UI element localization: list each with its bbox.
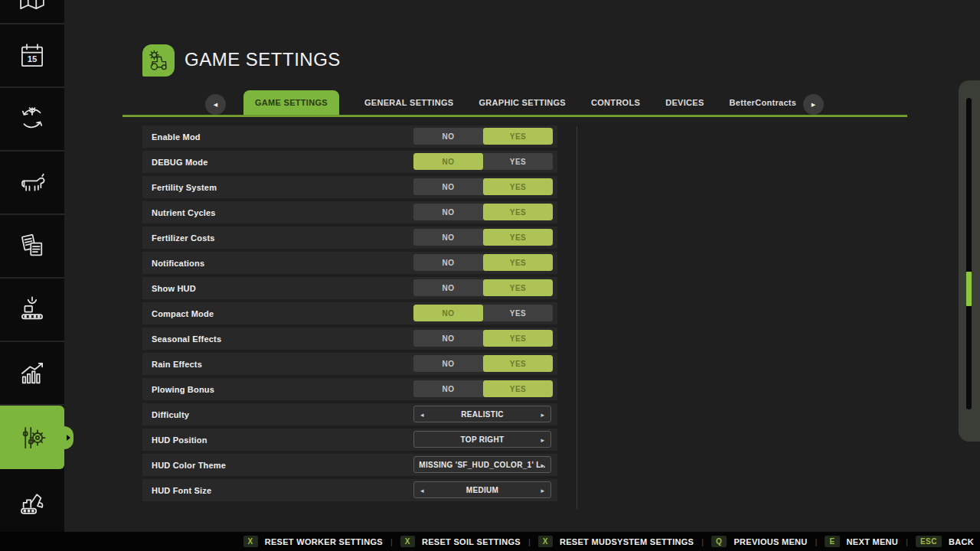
- toggle-no-button[interactable]: NO: [413, 229, 483, 246]
- keybind-bar: X RESET WORKER SETTINGS | X RESET SOIL S…: [0, 532, 980, 551]
- settings-row: DEBUG Mode NO YES: [142, 151, 557, 173]
- sidebar-item-contracts[interactable]: [0, 215, 64, 279]
- keybind-label: RESET WORKER SETTINGS: [265, 537, 383, 546]
- keybind-label: RESET SOIL SETTINGS: [422, 537, 521, 546]
- toggle-yes-button[interactable]: YES: [483, 305, 553, 321]
- keybind-label: RESET MUDSYSTEM SETTINGS: [560, 537, 694, 546]
- sidebar-item-production[interactable]: [0, 279, 64, 342]
- next-option-icon[interactable]: ▸: [541, 406, 544, 423]
- key-badge: X: [243, 536, 258, 547]
- settings-list: Enable Mod NO YES DEBUG Mode NO YES Fert…: [142, 126, 557, 504]
- sidebar-item-animals[interactable]: [0, 152, 64, 215]
- keybind-label: PREVIOUS MENU: [733, 537, 807, 546]
- toggle-no-button[interactable]: NO: [413, 305, 483, 321]
- settings-row: Compact Mode NO YES: [142, 302, 557, 324]
- setting-label: Compact Mode: [142, 309, 214, 318]
- sidebar-item-construction[interactable]: [0, 469, 64, 533]
- next-option-icon[interactable]: ▸: [541, 457, 544, 474]
- panel-divider: [577, 126, 577, 509]
- scrollbar-track[interactable]: [966, 98, 972, 409]
- keybind-separator: |: [906, 537, 908, 546]
- toggle-yes-button[interactable]: YES: [483, 380, 553, 397]
- sidebar-item-statistics[interactable]: [0, 342, 64, 406]
- toggle-no-button[interactable]: NO: [413, 380, 483, 397]
- toggle-yes-button[interactable]: YES: [483, 153, 553, 170]
- keybind-item[interactable]: ESC BACK: [916, 536, 974, 547]
- option-selector: ◂ REALISTIC ▸: [413, 406, 551, 422]
- toggle-yes-button[interactable]: YES: [483, 355, 553, 372]
- setting-label: Nutrient Cycles: [142, 208, 216, 217]
- tab-bar: ◀ GAME SETTINGS GENERAL SETTINGS GRAPHIC…: [122, 90, 907, 118]
- settings-row: Fertility System NO YES: [142, 176, 557, 198]
- tab[interactable]: GAME SETTINGS: [243, 90, 339, 116]
- setting-label: HUD Font Size: [142, 486, 211, 495]
- keybind-item[interactable]: X RESET MUDSYSTEM SETTINGS |: [538, 536, 711, 547]
- sidebar-item-crop-rotation[interactable]: [0, 88, 64, 152]
- toggle-yes-button[interactable]: YES: [483, 254, 553, 271]
- yes-no-toggle: NO YES: [413, 178, 553, 195]
- setting-label: HUD Color Theme: [142, 461, 226, 470]
- yes-no-toggle: NO YES: [413, 254, 553, 271]
- tab-label: GRAPHIC SETTINGS: [479, 98, 566, 107]
- yes-no-toggle: NO YES: [413, 204, 553, 220]
- production-icon: [16, 294, 48, 326]
- keybind-separator: |: [701, 537, 704, 546]
- toggle-yes-button[interactable]: YES: [483, 204, 553, 220]
- next-option-icon[interactable]: ▸: [541, 432, 544, 448]
- toggle-yes-button[interactable]: YES: [483, 128, 553, 145]
- setting-label: Rain Effects: [142, 360, 202, 369]
- settings-row: Notifications NO YES: [142, 252, 557, 274]
- next-option-icon[interactable]: ▸: [541, 482, 544, 499]
- setting-label: HUD Position: [142, 435, 207, 445]
- settings-row: Difficulty ◂ REALISTIC ▸: [142, 403, 557, 425]
- keybind-item[interactable]: X RESET WORKER SETTINGS |: [243, 536, 400, 547]
- toggle-no-button[interactable]: NO: [413, 254, 483, 271]
- toggle-no-button[interactable]: NO: [413, 128, 483, 145]
- active-notch-arrow-icon: [67, 435, 70, 441]
- crop-rotation-icon: [16, 103, 48, 135]
- tab-label: GENERAL SETTINGS: [364, 98, 453, 107]
- keybind-item[interactable]: X RESET SOIL SETTINGS |: [400, 536, 538, 547]
- tab[interactable]: DEVICES: [665, 90, 704, 115]
- toggle-no-button[interactable]: NO: [413, 178, 483, 195]
- toggle-yes-button[interactable]: YES: [483, 279, 553, 296]
- calendar-icon: 15: [16, 40, 48, 72]
- yes-no-toggle: NO YES: [413, 279, 553, 296]
- keybind-label: BACK: [949, 537, 974, 546]
- keybind-item[interactable]: Q PREVIOUS MENU |: [711, 536, 825, 547]
- setting-label: Fertilizer Costs: [142, 233, 215, 243]
- key-badge: Q: [711, 536, 727, 547]
- svg-text:15: 15: [28, 54, 38, 63]
- toggle-yes-button[interactable]: YES: [483, 178, 553, 195]
- setting-label: Show HUD: [142, 284, 196, 293]
- toggle-no-button[interactable]: NO: [413, 330, 483, 347]
- toggle-no-button[interactable]: NO: [413, 355, 483, 372]
- setting-label: DEBUG Mode: [142, 158, 208, 167]
- toggle-no-button[interactable]: NO: [413, 279, 483, 296]
- tab[interactable]: GENERAL SETTINGS: [364, 90, 453, 115]
- chevron-left-icon: ◀: [214, 102, 217, 108]
- tabs-prev-button[interactable]: ◀: [205, 94, 226, 115]
- toggle-yes-button[interactable]: YES: [483, 229, 553, 246]
- keybind-separator: |: [815, 537, 818, 546]
- scrollbar-thumb[interactable]: [966, 272, 972, 306]
- tab[interactable]: CONTROLS: [591, 90, 640, 115]
- settings-row: HUD Color Theme ◂ MISSING 'SF_HUD_COLOR_…: [142, 454, 557, 476]
- toggle-yes-button[interactable]: YES: [483, 330, 553, 347]
- toggle-no-button[interactable]: NO: [413, 153, 483, 170]
- tab[interactable]: GRAPHIC SETTINGS: [479, 90, 566, 115]
- sidebar-item-map[interactable]: [0, 0, 64, 24]
- option-selector: ◂ MISSING 'SF_HUD_COLOR_1' L.. ▸: [413, 456, 551, 473]
- chevron-right-icon: ▶: [812, 102, 815, 108]
- tabs-next-button[interactable]: ▶: [803, 94, 824, 115]
- key-badge: X: [400, 536, 415, 547]
- prev-option-icon[interactable]: ◂: [420, 482, 424, 499]
- sidebar-item-calendar[interactable]: 15: [0, 24, 64, 88]
- setting-label: Fertility System: [142, 183, 217, 192]
- keybind-item[interactable]: E NEXT MENU |: [825, 536, 916, 547]
- prev-option-icon[interactable]: ◂: [420, 406, 424, 423]
- tab[interactable]: BetterContracts: [730, 90, 797, 115]
- tab-label: DEVICES: [665, 98, 704, 107]
- toggle-no-button[interactable]: NO: [413, 204, 483, 220]
- sidebar-item-settings[interactable]: [0, 406, 64, 469]
